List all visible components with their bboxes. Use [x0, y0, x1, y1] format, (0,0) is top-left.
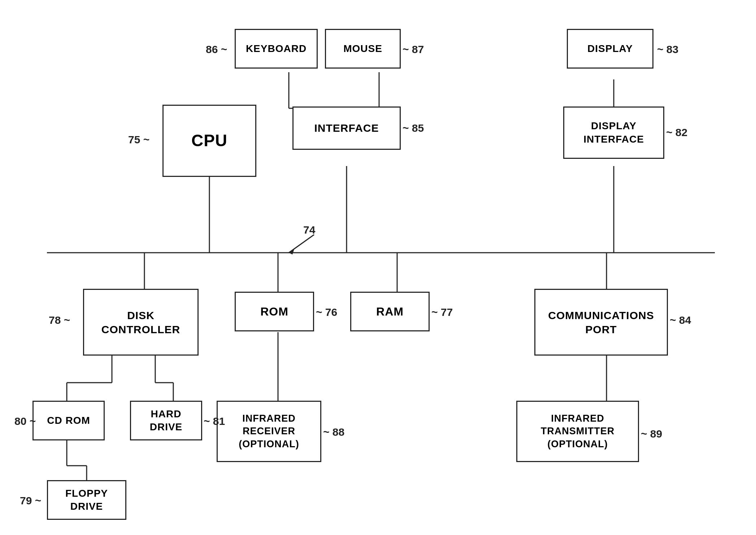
floppy-drive-box: FLOPPYDRIVE: [47, 480, 126, 520]
ref-75: 75 ~: [128, 134, 149, 146]
display-interface-box: DISPLAYINTERFACE: [563, 106, 664, 159]
ref-77: ~ 77: [431, 306, 453, 318]
disk-controller-box: DISKCONTROLLER: [83, 289, 199, 356]
ref-86: 86 ~: [206, 43, 227, 56]
communications-port-box: COMMUNICATIONSPORT: [534, 289, 668, 356]
interface-box: INTERFACE: [292, 106, 401, 150]
ref-84: ~ 84: [670, 314, 691, 326]
svg-marker-26: [289, 249, 294, 255]
ref-87: ~ 87: [403, 43, 424, 56]
ref-80: 80 ~: [14, 415, 36, 427]
keyboard-box: KEYBOARD: [235, 29, 318, 69]
svg-line-25: [289, 235, 314, 253]
ref-76: ~ 76: [316, 306, 337, 318]
ref-82: ~ 82: [666, 126, 687, 139]
display-box: DISPLAY: [567, 29, 653, 69]
ref-81: ~ 81: [204, 415, 225, 427]
ref-88: ~ 88: [323, 426, 344, 438]
ref-74: 74: [303, 224, 315, 236]
ref-85: ~ 85: [403, 122, 424, 134]
ref-89: ~ 89: [641, 428, 662, 440]
cpu-box: CPU: [162, 105, 256, 177]
cd-rom-box: CD ROM: [32, 401, 105, 440]
hard-drive-box: HARDDRIVE: [130, 401, 202, 440]
ref-79: 79 ~: [20, 495, 41, 507]
infrared-receiver-box: INFRAREDRECEIVER(OPTIONAL): [217, 401, 321, 462]
ref-83: ~ 83: [657, 43, 678, 56]
diagram: KEYBOARD MOUSE DISPLAY CPU INTERFACE DIS…: [0, 0, 756, 535]
mouse-box: MOUSE: [325, 29, 401, 69]
rom-box: ROM: [235, 292, 314, 331]
ref-78: 78 ~: [49, 314, 70, 326]
infrared-transmitter-box: INFRAREDTRANSMITTER(OPTIONAL): [516, 401, 639, 462]
ram-box: RAM: [350, 292, 430, 331]
connection-lines: [0, 0, 756, 535]
